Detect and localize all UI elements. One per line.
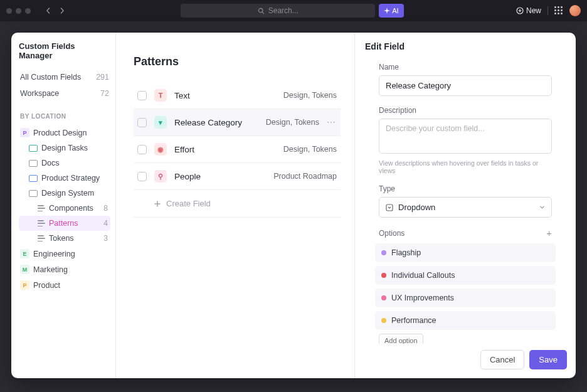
new-button[interactable]: New: [516, 6, 541, 15]
sidebar-item-tokens[interactable]: Tokens3: [19, 231, 110, 246]
plus-icon: [154, 200, 161, 208]
window-controls: [6, 8, 31, 14]
sidebar-item-product-design[interactable]: PProduct Design: [19, 125, 110, 140]
field-row[interactable]: ⚲ People Product Roadmap: [134, 163, 341, 190]
topbar: Search... AI New: [0, 0, 587, 21]
dropdown-type-icon: [386, 204, 393, 211]
plus-circle-icon: [516, 7, 524, 14]
field-name: Release Category: [174, 118, 258, 127]
edit-panel-title: Edit Field: [365, 41, 566, 51]
field-type-icon: ◉: [154, 143, 167, 156]
field-row[interactable]: ◉ Effort Design, Tokens: [134, 136, 341, 163]
checkbox[interactable]: [137, 91, 147, 100]
folder-icon: [29, 190, 38, 197]
page-title: Patterns: [134, 55, 341, 68]
svg-point-0: [258, 8, 262, 12]
field-name: Text: [174, 91, 276, 100]
add-option-icon[interactable]: +: [546, 228, 552, 238]
create-field-button[interactable]: Create Field: [134, 190, 341, 218]
list-icon: [38, 220, 45, 226]
color-dot-icon: [381, 318, 386, 323]
space-badge-icon: P: [20, 280, 29, 290]
apps-icon[interactable]: [554, 6, 563, 15]
field-row[interactable]: T Text Design, Tokens: [134, 82, 341, 109]
space-badge-icon: M: [20, 265, 29, 274]
divider: [547, 6, 548, 15]
cancel-button[interactable]: Cancel: [480, 350, 524, 369]
description-label: Description: [379, 106, 552, 115]
option-row[interactable]: Flagship: [375, 243, 556, 262]
field-location: Design, Tokens: [283, 145, 337, 154]
search-input[interactable]: Search...: [181, 4, 375, 18]
name-input[interactable]: [379, 75, 552, 96]
svg-rect-2: [386, 204, 393, 211]
edit-panel: Edit Field Name Description View descrip…: [354, 33, 576, 378]
field-location: Product Roadmap: [273, 172, 337, 181]
folder-icon: [29, 160, 38, 167]
checkbox[interactable]: [137, 145, 147, 154]
field-row[interactable]: ▾ Release Category Design, Tokens ⋯: [134, 109, 341, 136]
type-label: Type: [379, 184, 552, 193]
sidebar-item-design-tasks[interactable]: Design Tasks: [19, 140, 110, 156]
field-type-icon: ⚲: [154, 170, 167, 183]
sidebar-section-header: BY LOCATION: [20, 113, 110, 120]
field-name: Effort: [174, 145, 276, 154]
description-input[interactable]: [379, 119, 552, 154]
sidebar-item-components[interactable]: Components8: [19, 201, 110, 216]
sidebar-item-docs[interactable]: Docs: [19, 156, 110, 171]
list-icon: [38, 205, 45, 211]
sidebar: Custom Fields Manager All Custom Fields2…: [11, 33, 116, 378]
center-pane: Patterns T Text Design, Tokens ▾ Release…: [116, 33, 354, 378]
search-icon: [258, 8, 265, 14]
nav-back-button[interactable]: [42, 4, 55, 17]
sidebar-title: Custom Fields Manager: [19, 41, 110, 60]
save-button[interactable]: Save: [529, 350, 567, 369]
folder-icon: [29, 175, 38, 182]
main-panel: Custom Fields Manager All Custom Fields2…: [11, 33, 576, 378]
color-dot-icon: [381, 273, 386, 278]
ai-button[interactable]: AI: [379, 4, 403, 18]
color-dot-icon: [381, 295, 386, 300]
checkbox[interactable]: [137, 172, 147, 181]
folder-icon: [29, 145, 38, 152]
color-dot-icon: [381, 250, 386, 255]
field-name: People: [174, 172, 266, 181]
checkbox[interactable]: [137, 118, 147, 127]
space-badge-icon: P: [20, 128, 29, 137]
field-type-icon: T: [154, 89, 167, 102]
sidebar-item-marketing[interactable]: MMarketing: [19, 262, 110, 277]
sidebar-item-design-system[interactable]: Design System: [19, 186, 110, 201]
sidebar-summary-row[interactable]: All Custom Fields291: [19, 69, 110, 85]
chevron-down-icon: [539, 204, 545, 210]
nav-forward-button[interactable]: [56, 4, 68, 17]
option-row[interactable]: Performance: [375, 311, 556, 330]
name-label: Name: [379, 63, 552, 72]
list-icon: [38, 235, 45, 241]
avatar[interactable]: [569, 5, 581, 16]
type-select[interactable]: Dropdown: [379, 197, 552, 218]
field-type-icon: ▾: [154, 116, 167, 129]
sidebar-item-patterns[interactable]: Patterns4: [19, 216, 110, 231]
field-location: Design, Tokens: [283, 91, 337, 100]
description-helper: View descriptions when hovering over fie…: [379, 159, 552, 174]
options-label: Options: [379, 229, 405, 238]
sidebar-item-engineering[interactable]: EEngineering: [19, 246, 110, 262]
sidebar-item-product[interactable]: PProduct: [19, 277, 110, 293]
option-row[interactable]: Individual Callouts: [375, 266, 556, 285]
add-option-button[interactable]: Add option: [379, 334, 423, 344]
search-placeholder: Search...: [268, 6, 299, 15]
option-row[interactable]: UX Improvements: [375, 289, 556, 307]
sidebar-item-product-strategy[interactable]: Product Strategy: [19, 171, 110, 186]
sparkle-icon: [384, 8, 390, 14]
sidebar-summary-row[interactable]: Workspace72: [19, 85, 110, 102]
field-location: Design, Tokens: [266, 118, 319, 127]
space-badge-icon: E: [20, 249, 29, 258]
more-icon[interactable]: ⋯: [327, 117, 337, 127]
